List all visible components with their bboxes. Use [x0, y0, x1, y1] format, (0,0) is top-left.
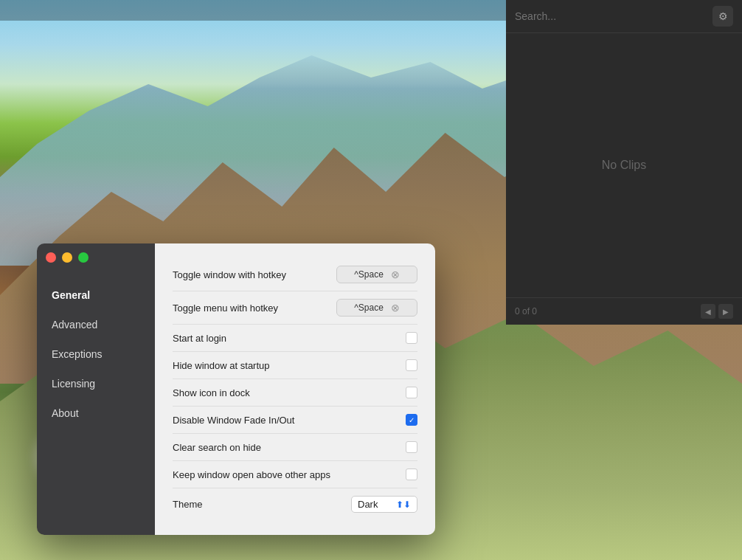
clipboard-next-button[interactable]: ▶ [718, 304, 733, 319]
toggle-window-hotkey-label: Toggle window with hotkey [173, 269, 286, 280]
keep-window-open-label: Keep window open above other apps [173, 469, 330, 480]
toggle-menu-hotkey-clear[interactable]: ⊗ [391, 303, 400, 313]
show-icon-dock-row: Show icon in dock [173, 379, 417, 407]
show-icon-dock-label: Show icon in dock [173, 387, 250, 398]
window-maximize-button[interactable] [78, 252, 89, 263]
settings-content: Toggle window with hotkey ^Space ⊗ Toggl… [155, 243, 435, 535]
toggle-window-hotkey-value: ^Space [354, 269, 384, 280]
disable-fade-row: Disable Window Fade In/Out ✓ [173, 407, 417, 434]
show-icon-dock-checkbox[interactable] [406, 387, 417, 398]
clear-search-row: Clear search on hide [173, 434, 417, 461]
clear-search-label: Clear search on hide [173, 442, 261, 453]
toggle-window-hotkey-pill[interactable]: ^Space ⊗ [336, 266, 417, 283]
sidebar-item-exceptions[interactable]: Exceptions [37, 339, 155, 369]
theme-row: Theme Dark ⬆⬇ [173, 488, 417, 520]
theme-label: Theme [173, 499, 202, 510]
clear-search-checkbox[interactable] [406, 441, 417, 453]
disable-fade-checkbox[interactable]: ✓ [406, 414, 417, 426]
clipboard-prev-button[interactable]: ◀ [701, 304, 715, 319]
toggle-window-hotkey-row: Toggle window with hotkey ^Space ⊗ [173, 258, 417, 291]
start-at-login-checkbox[interactable] [406, 332, 417, 344]
toggle-menu-hotkey-label: Toggle menu with hotkey [173, 303, 278, 314]
hide-window-startup-checkbox[interactable] [406, 359, 417, 371]
start-at-login-row: Start at login [173, 325, 417, 352]
theme-select-arrow-icon: ⬆⬇ [396, 499, 411, 510]
clipboard-empty-state: No Clips [506, 33, 742, 297]
no-clips-label: No Clips [602, 159, 646, 172]
toggle-menu-hotkey-value: ^Space [354, 303, 384, 313]
keep-window-open-row: Keep window open above other apps [173, 461, 417, 488]
clipboard-footer: 0 of 0 ◀ ▶ [506, 297, 742, 325]
keep-window-open-checkbox[interactable] [406, 469, 417, 480]
sidebar-item-general[interactable]: General [37, 280, 155, 310]
clipboard-counter: 0 of 0 [515, 306, 537, 317]
disable-fade-label: Disable Window Fade In/Out [173, 415, 294, 426]
clipboard-search-bar: ⚙ [506, 0, 742, 33]
sidebar-item-about[interactable]: About [37, 398, 155, 428]
window-controls [46, 252, 89, 263]
theme-value: Dark [358, 499, 378, 510]
clipboard-panel: ⚙ No Clips 0 of 0 ◀ ▶ [506, 0, 742, 325]
sidebar-item-advanced[interactable]: Advanced [37, 310, 155, 339]
gear-icon: ⚙ [718, 10, 728, 22]
settings-window: General Advanced Exceptions Licensing Ab… [37, 243, 435, 535]
toggle-menu-hotkey-row: Toggle menu with hotkey ^Space ⊗ [173, 291, 417, 325]
hide-window-startup-row: Hide window at startup [173, 352, 417, 379]
clipboard-gear-button[interactable]: ⚙ [712, 6, 733, 27]
chevron-right-icon: ▶ [723, 308, 729, 316]
window-close-button[interactable] [46, 252, 56, 263]
settings-sidebar: General Advanced Exceptions Licensing Ab… [37, 243, 155, 535]
clipboard-nav-buttons: ◀ ▶ [701, 304, 733, 319]
toggle-menu-hotkey-pill[interactable]: ^Space ⊗ [336, 299, 417, 317]
sidebar-item-licensing[interactable]: Licensing [37, 369, 155, 398]
toggle-window-hotkey-clear[interactable]: ⊗ [391, 269, 400, 280]
hide-window-startup-label: Hide window at startup [173, 360, 270, 371]
clipboard-search-input[interactable] [515, 10, 707, 22]
start-at-login-label: Start at login [173, 333, 226, 344]
window-minimize-button[interactable] [62, 252, 72, 263]
chevron-left-icon: ◀ [705, 308, 711, 316]
theme-select[interactable]: Dark ⬆⬇ [351, 496, 417, 513]
